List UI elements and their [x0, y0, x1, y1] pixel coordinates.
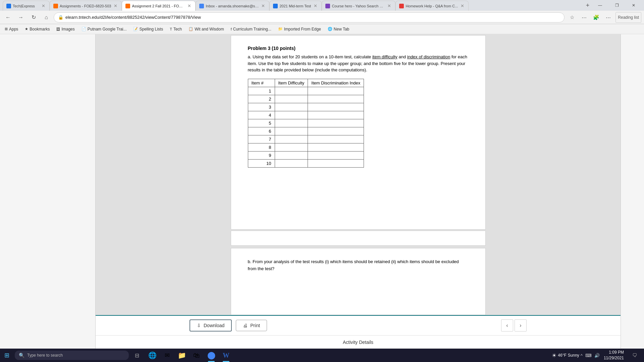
- bookmark-imported-from-edge[interactable]: 📁Imported From Edge: [276, 26, 323, 32]
- page-1: Problem 3 (10 points) a. Using the data …: [231, 35, 486, 230]
- tab-tab4[interactable]: Inbox - amanda.shoemake@sm... ✕: [196, 1, 269, 11]
- bookmark-curriculum-training...[interactable]: fCurriculum Training...: [229, 26, 273, 32]
- tab-close-button[interactable]: ✕: [313, 3, 318, 9]
- download-icon: ⇩: [197, 323, 201, 328]
- problem-text-b: b. From your analysis of the test result…: [248, 258, 469, 273]
- favorites-button[interactable]: ☆: [567, 12, 577, 23]
- bookmark-label: Wit and Wisdom: [195, 27, 224, 32]
- bookmark-label: Spelling Lists: [139, 27, 163, 32]
- taskbar-search-bar[interactable]: 🔍 Type here to search: [15, 351, 129, 360]
- prev-page-button[interactable]: ‹: [501, 319, 513, 331]
- tab-label: 2021 Mid-term Test: [279, 4, 311, 8]
- bookmark-icon: ★: [25, 27, 28, 31]
- item-difficulty-cell: [275, 87, 308, 95]
- clock-time: 1:09 PM: [604, 350, 624, 355]
- scroll-area[interactable]: Problem 3 (10 points) a. Using the data …: [96, 34, 621, 315]
- start-button[interactable]: ⊞: [0, 349, 13, 362]
- tab-favicon: [273, 4, 278, 8]
- bookmark-wit-and-wisdom[interactable]: 📋Wit and Wisdom: [186, 26, 226, 32]
- tab-tab5[interactable]: 2021 Mid-term Test ✕: [269, 1, 322, 11]
- address-text: elearn.tntech.edu/d2l/le/content/8825242…: [65, 15, 560, 20]
- chrome-icon: ⬤: [207, 351, 216, 360]
- bookmark-label: Curriculum Training...: [233, 27, 271, 32]
- bookmark-putnam-google-trai...[interactable]: 📄Putnam Google Trai...: [79, 26, 129, 32]
- new-tab-button[interactable]: +: [583, 1, 592, 10]
- volume-icon[interactable]: 🔊: [594, 353, 600, 358]
- table-row: 5: [248, 119, 364, 127]
- close-button[interactable]: ✕: [626, 0, 641, 11]
- tab-close-button[interactable]: ✕: [186, 3, 192, 9]
- taskbar-app-chrome[interactable]: ⬤: [204, 349, 219, 362]
- taskbar-app-mail[interactable]: ✉: [160, 349, 174, 362]
- task-view-button[interactable]: ⊟: [130, 349, 144, 362]
- taskbar-app-edge[interactable]: 🌐: [145, 349, 160, 362]
- col-item-difficulty: Item Difficulty: [275, 79, 308, 87]
- next-page-button[interactable]: ›: [515, 319, 527, 331]
- bookmark-label: Bookmarks: [30, 27, 50, 32]
- table-row: 7: [248, 135, 364, 143]
- bookmark-images[interactable]: 🖼Images: [54, 26, 76, 32]
- item-discrimination-cell: [308, 135, 364, 143]
- windows-logo-icon: ⊞: [4, 352, 9, 359]
- taskbar: ⊞ 🔍 Type here to search ⊟ 🌐 ✉ 📁 🛍 ⬤: [0, 349, 644, 362]
- taskbar-app-word[interactable]: W: [219, 349, 233, 362]
- bookmark-apps[interactable]: ⊞Apps: [3, 26, 20, 32]
- tab-close-button[interactable]: ✕: [260, 3, 266, 9]
- table-row: 1: [248, 87, 364, 95]
- bookmark-icon: f: [231, 27, 232, 31]
- print-button[interactable]: 🖨 Print: [236, 320, 267, 331]
- table-row: 3: [248, 103, 364, 111]
- taskbar-apps: 🌐 ✉ 📁 🛍 ⬤ W: [144, 349, 552, 362]
- notifications-icon: 🗨: [632, 353, 637, 358]
- word-icon: W: [223, 352, 229, 359]
- tab-close-button[interactable]: ✕: [41, 3, 46, 9]
- item-discrimination-cell: [308, 159, 364, 167]
- item-difficulty-cell: [275, 119, 308, 127]
- item-table: Item # Item Difficulty Item Discriminati…: [248, 79, 364, 168]
- tab-close-button[interactable]: ✕: [113, 3, 118, 9]
- activity-details-label: Activity Details: [343, 340, 373, 345]
- extensions-button[interactable]: 🧩: [591, 12, 601, 23]
- tab-tab6[interactable]: Course hero - Yahoo Search Re... ✕: [322, 1, 395, 11]
- bookmark-icon: 🌐: [328, 27, 332, 31]
- tab-tab2[interactable]: Assignments - FOED-6820-503 ✕: [50, 1, 122, 11]
- reload-button[interactable]: ↻: [28, 12, 39, 23]
- task-view-icon: ⊟: [135, 352, 139, 359]
- forward-button[interactable]: →: [15, 12, 26, 23]
- bookmark-label: New Tab: [334, 27, 349, 32]
- home-button[interactable]: ⌂: [41, 12, 52, 23]
- bookmark-tech[interactable]: TTech: [168, 26, 184, 32]
- collections-button[interactable]: ⋯: [579, 12, 589, 23]
- bookmark-label: Apps: [9, 27, 18, 32]
- back-button[interactable]: ←: [3, 12, 13, 23]
- item-discrimination-cell: [308, 87, 364, 95]
- tab-close-button[interactable]: ✕: [386, 3, 392, 9]
- settings-button[interactable]: ⋯: [603, 12, 613, 23]
- taskbar-app-store[interactable]: 🛍: [189, 349, 204, 362]
- bookmark-bookmarks[interactable]: ★Bookmarks: [23, 26, 52, 32]
- chevron-up-icon[interactable]: ^: [581, 353, 583, 358]
- right-panel: [621, 34, 644, 349]
- restore-button[interactable]: ❐: [609, 0, 625, 11]
- notifications-button[interactable]: 🗨: [628, 349, 641, 362]
- taskbar-clock[interactable]: 1:09 PM 11/29/2021: [601, 349, 627, 362]
- tab-close-button[interactable]: ✕: [460, 3, 465, 9]
- reading-list-button[interactable]: Reading list: [615, 12, 641, 23]
- taskbar-weather[interactable]: ☀ 46°F Sunny: [552, 352, 579, 359]
- bookmark-spelling-lists[interactable]: 📝Spelling Lists: [131, 26, 165, 32]
- tab-tab7[interactable]: Homework Help - Q&A from C... ✕: [395, 1, 469, 11]
- minimize-button[interactable]: —: [592, 0, 608, 11]
- taskbar-app-explorer[interactable]: 📁: [174, 349, 189, 362]
- page-navigation: ‹ ›: [501, 319, 527, 331]
- bookmark-new-tab[interactable]: 🌐New Tab: [326, 26, 351, 32]
- system-icons: ^ ⌨ 🔊: [581, 353, 600, 358]
- address-bar[interactable]: 🔒 elearn.tntech.edu/d2l/le/content/88252…: [54, 12, 565, 22]
- mail-icon: ✉: [165, 352, 170, 359]
- col-item-discrimination: Item Discrimination Index: [308, 79, 364, 87]
- download-button[interactable]: ⇩ Download: [190, 319, 232, 331]
- title-bar: Tech|Express ✕ Assignments - FOED-6820-5…: [0, 0, 644, 11]
- page-2: b. From your analysis of the test result…: [231, 248, 486, 315]
- keyboard-icon: ⌨: [585, 353, 592, 358]
- tab-tab1[interactable]: Tech|Express ✕: [3, 1, 50, 11]
- tab-tab3[interactable]: Assignment 2 Fall 2021 - FOED-... ✕: [122, 1, 196, 11]
